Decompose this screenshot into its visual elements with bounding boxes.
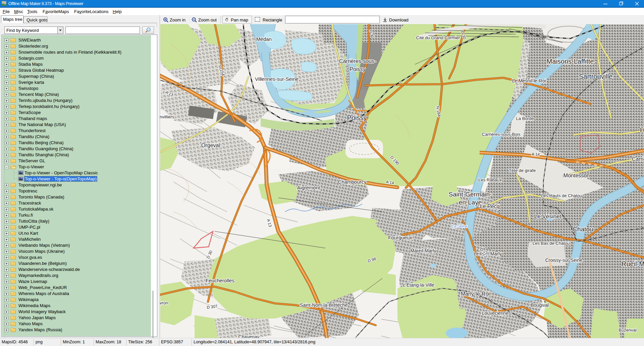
svg-text:Feucherolles: Feucherolles: [206, 278, 234, 283]
svg-text:Aigremont: Aigremont: [297, 185, 320, 190]
svg-text:Carrières-sous-Bois: Carrières-sous-Bois: [482, 132, 521, 137]
svg-text:Les Rabaux: Les Rabaux: [478, 177, 502, 182]
svg-text:Louveciennes: Louveciennes: [482, 310, 511, 316]
svg-text:en-Laye: en-Laye: [459, 199, 482, 206]
svg-text:Chavenay: Chavenay: [238, 334, 259, 338]
svg-text:Rueil-M: Rueil-M: [622, 260, 644, 268]
svg-text:vron: vron: [160, 300, 168, 305]
svg-text:Sartrouville: Sartrouville: [579, 73, 612, 80]
svg-text:Le Mesnil-le-Roi: Le Mesnil-le-Roi: [512, 78, 546, 83]
svg-text:Carrières-sous-: Carrières-sous-: [339, 58, 376, 64]
svg-text:Buzenval: Buzenval: [619, 328, 637, 333]
svg-text:Marly-le-Roi: Marly-le-Roi: [461, 291, 490, 297]
svg-text:Tête de girafe: Tête de girafe: [509, 168, 536, 173]
svg-text:Cité du Grand Cormier: Cité du Grand Cormier: [416, 35, 460, 40]
svg-text:A 14: A 14: [532, 152, 540, 157]
svg-text:Maisons-Laffitte: Maisons-Laffitte: [547, 58, 594, 65]
svg-text:Croissy-sur-Seine: Croissy-sur-Seine: [545, 257, 582, 263]
svg-text:Saint-Nom-la-Bretèche: Saint-Nom-la-Bretèche: [300, 302, 348, 308]
svg-text:Montesson: Montesson: [564, 173, 590, 178]
svg-text:L'Étang-la-Ville: L'Étang-la-Ville: [403, 282, 434, 288]
svg-text:Houi: Houi: [640, 126, 644, 134]
svg-text:Poissy: Poissy: [347, 114, 367, 121]
svg-text:Mareil-Marly: Mareil-Marly: [411, 248, 436, 253]
svg-text:Médan: Médan: [256, 36, 272, 42]
svg-text:La Borde: La Borde: [516, 116, 534, 121]
svg-text:Le Vésinet: Le Vésinet: [534, 213, 561, 220]
svg-text:Poissy: Poissy: [350, 66, 365, 72]
svg-text:Le Pecq: Le Pecq: [480, 204, 500, 209]
svg-text:La Seine: La Seine: [451, 224, 468, 229]
svg-text:Bougival: Bougival: [531, 302, 549, 308]
svg-text:nvilliers: nvilliers: [160, 114, 174, 119]
svg-text:Saint-Germain-: Saint-Germain-: [449, 191, 492, 198]
svg-text:Fourqueux: Fourqueux: [388, 235, 412, 240]
svg-text:Villennes-sur-Seine: Villennes-sur-Seine: [255, 76, 299, 82]
svg-text:Chambourcy: Chambourcy: [338, 179, 367, 185]
svg-text:Carrières-: Carrières-: [632, 156, 644, 162]
svg-text:Chatou: Chatou: [573, 226, 593, 233]
svg-text:Les Hauts de Chatou: Les Hauts de Chatou: [541, 193, 582, 198]
svg-text:Les Bas de Chatou: Les Bas de Chatou: [533, 241, 570, 246]
svg-text:Orgeval: Orgeval: [201, 142, 220, 148]
